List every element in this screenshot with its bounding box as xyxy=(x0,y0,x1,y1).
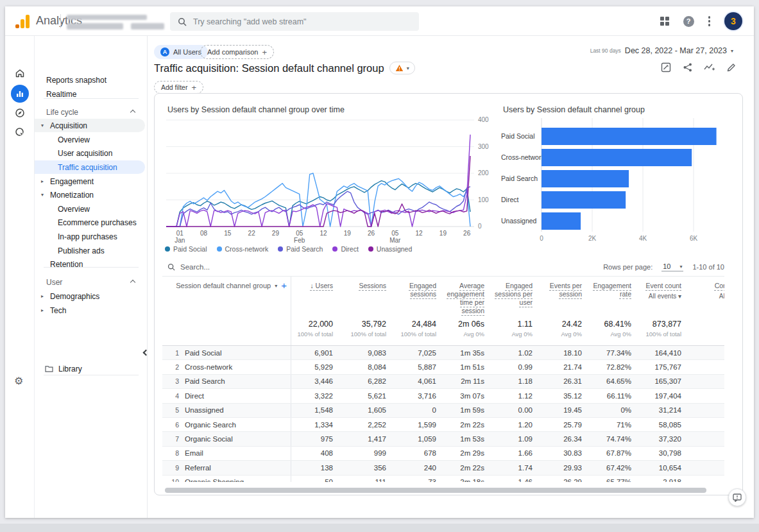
column-header-event-count[interactable]: Event countAll events ▾ xyxy=(633,277,683,315)
column-header-engagement-rate[interactable]: Engagement rate xyxy=(583,277,633,315)
column-header-conversions[interactable]: ConversionsAll events ▾ xyxy=(683,277,724,315)
column-header-users[interactable]: ↓ Users xyxy=(291,277,334,315)
dimension-column-header[interactable]: Session default channel group▾+ xyxy=(162,277,291,315)
column-header-engaged-sessions-per-user[interactable]: Engaged sessions per user xyxy=(486,277,534,315)
column-subheader[interactable]: All events ▾ xyxy=(633,292,681,300)
table-scroll-region[interactable]: Session default channel group▾+↓ UsersSe… xyxy=(162,277,724,482)
apps-grid-icon[interactable] xyxy=(660,17,669,26)
more-options-icon[interactable] xyxy=(708,16,711,26)
table-row-paid-social[interactable]: 1Paid Social6,9019,0837,0251m 35s1.0218.… xyxy=(162,346,724,360)
row-channel-name: Direct xyxy=(179,392,204,400)
caret-right-icon[interactable]: ▸ xyxy=(41,293,44,299)
explore-icon[interactable] xyxy=(15,108,25,118)
feedback-fab[interactable] xyxy=(728,488,746,506)
add-filter-button[interactable]: Add filter + xyxy=(154,81,203,94)
row-metric-cell: 10,654 xyxy=(633,464,683,472)
sidebar-item-publisher-ads[interactable]: Publisher ads xyxy=(35,244,145,257)
global-search-input[interactable]: Try searching "add web stream" xyxy=(170,12,419,31)
caret-down-icon[interactable]: ▾ xyxy=(41,192,44,198)
table-row-direct[interactable]: 4Direct3,3225,6213,7163m 07s1.1235.1266.… xyxy=(162,389,724,403)
chevron-up-icon[interactable] xyxy=(130,110,135,115)
column-header-engaged-sessions[interactable]: Engaged sessions xyxy=(388,277,438,315)
column-subheader[interactable]: All events ▾ xyxy=(683,292,724,300)
sidebar-item-traffic-acquisition[interactable]: Traffic acquisition xyxy=(35,160,145,174)
edit-pencil-icon[interactable] xyxy=(726,62,737,73)
share-icon[interactable] xyxy=(682,62,694,73)
feedback-bubble-icon xyxy=(733,493,742,502)
row-metric-cell: 1m 35s xyxy=(438,349,486,357)
table-search-input[interactable]: Search... xyxy=(162,263,210,271)
sidebar-item-in-app-purchases[interactable]: In-app purchases xyxy=(35,230,145,243)
date-range-picker[interactable]: Last 90 days Dec 28, 2022 - Mar 27, 2023… xyxy=(590,46,733,55)
totals-cell: 22,000100% of total xyxy=(291,315,334,345)
account-name-redacted[interactable] xyxy=(67,15,147,20)
sidebar-item-demographics[interactable]: ▸Demographics xyxy=(35,289,145,303)
help-icon[interactable]: ? xyxy=(683,16,694,27)
horizontal-scrollbar[interactable] xyxy=(165,488,706,493)
add-dimension-icon[interactable]: + xyxy=(281,282,287,289)
insights-icon[interactable] xyxy=(704,62,715,73)
row-metric-cell: 26.29 xyxy=(534,478,583,482)
table-row-organic-social[interactable]: 7Organic Social9751,4171,0591m 53s1.0926… xyxy=(162,432,724,446)
sidebar-item-reports-snapshot[interactable]: Reports snapshot xyxy=(35,73,145,87)
svg-text:200: 200 xyxy=(478,169,489,176)
bar-paid-search xyxy=(542,170,629,187)
sidebar-item-retention[interactable]: Retention xyxy=(35,257,145,271)
sidebar-item-engagement[interactable]: ▸Engagement xyxy=(35,175,145,188)
table-row-unassigned[interactable]: 5Unassigned1,5481,60501m 59s0.0019.450%3… xyxy=(162,404,724,418)
table-row-paid-search[interactable]: 3Paid Search3,4466,2824,0612m 11s1.1826.… xyxy=(162,375,724,389)
sidebar-item-overview[interactable]: Overview xyxy=(35,202,145,216)
row-dimension-cell: 7Organic Social xyxy=(162,432,291,445)
add-comparison-button[interactable]: Add comparison + xyxy=(200,45,274,59)
nav-item-label: Overview xyxy=(35,205,90,214)
row-metric-cell: 72.82% xyxy=(583,363,633,371)
advertising-icon[interactable] xyxy=(15,127,25,137)
table-row-organic-shopping[interactable]: 10Organic Shopping50111732m 18s1.4626.29… xyxy=(162,476,724,482)
column-header-sessions[interactable]: Sessions xyxy=(334,277,388,315)
row-metric-cell: 975 xyxy=(291,435,334,443)
sidebar-item-user-acquisition[interactable]: User acquisition xyxy=(35,146,145,160)
rows-per-page-select[interactable]: 10 ▾ xyxy=(661,262,683,271)
caret-right-icon[interactable]: ▸ xyxy=(41,307,44,313)
sidebar-item-monetization[interactable]: ▾Monetization xyxy=(35,188,145,202)
table-row-referral[interactable]: 9Referral1383562402m 22s1.7429.9367.42%1… xyxy=(162,461,724,475)
reports-icon[interactable] xyxy=(11,85,29,103)
chevron-up-icon[interactable] xyxy=(130,280,135,285)
column-header-events-per-session[interactable]: Events per session xyxy=(534,277,583,315)
row-channel-name: Organic Shopping xyxy=(179,478,244,482)
sidebar-item-overview[interactable]: Overview xyxy=(35,133,145,146)
admin-gear-icon[interactable]: ⚙ xyxy=(14,375,23,387)
svg-text:12: 12 xyxy=(416,230,423,237)
customize-report-icon[interactable] xyxy=(660,62,672,73)
row-metric-cell: 67.87% xyxy=(583,449,633,457)
search-icon xyxy=(167,263,175,271)
sidebar-item-life-cycle[interactable]: Life cycle xyxy=(35,105,145,119)
caret-right-icon[interactable]: ▸ xyxy=(41,178,44,184)
data-quality-warning-chip[interactable]: ▾ xyxy=(389,62,415,74)
app-window: Analytics Try searching "add web stream"… xyxy=(5,6,754,518)
svg-text:4K: 4K xyxy=(639,235,647,242)
row-metric-cell: 73 xyxy=(388,478,438,482)
sidebar-item-library[interactable]: Library xyxy=(35,362,145,375)
row-metric-cell: 999 xyxy=(334,449,388,457)
home-icon[interactable] xyxy=(15,68,25,78)
sidebar-item-acquisition[interactable]: ▾Acquisition xyxy=(35,119,145,132)
caret-down-icon[interactable]: ▾ xyxy=(41,123,44,128)
svg-text:0: 0 xyxy=(540,235,543,242)
sidebar-item-ecommerce-purchases[interactable]: Ecommerce purchases xyxy=(35,216,145,229)
column-header-label: Engaged sessions per user xyxy=(495,282,533,306)
table-row-email[interactable]: 8Email4089996782m 29s1.6630.8367.87%30,7… xyxy=(162,447,724,461)
column-header-average-engagement-time-per-session[interactable]: Average engagement time per session xyxy=(438,277,486,315)
sidebar-item-user[interactable]: User xyxy=(35,275,145,289)
row-metric-cell: 6,901 xyxy=(291,349,334,357)
sidebar-item-tech[interactable]: ▸Tech xyxy=(35,304,145,317)
row-metric-cell: 0.00 xyxy=(486,406,534,414)
property-name-redacted[interactable] xyxy=(67,23,123,30)
table-row-cross-network[interactable]: 2Cross-network5,9298,0845,8871m 51s0.992… xyxy=(162,360,724,374)
totals-dimension-cell xyxy=(162,315,291,345)
row-metric-cell: 1m 59s xyxy=(438,406,486,414)
property-suffix-redacted[interactable] xyxy=(131,23,164,30)
avatar[interactable]: 3 xyxy=(724,12,742,30)
table-row-organic-search[interactable]: 6Organic Search1,3342,2521,5992m 22s1.20… xyxy=(162,418,724,432)
chevron-down-icon[interactable]: ▾ xyxy=(275,283,277,289)
